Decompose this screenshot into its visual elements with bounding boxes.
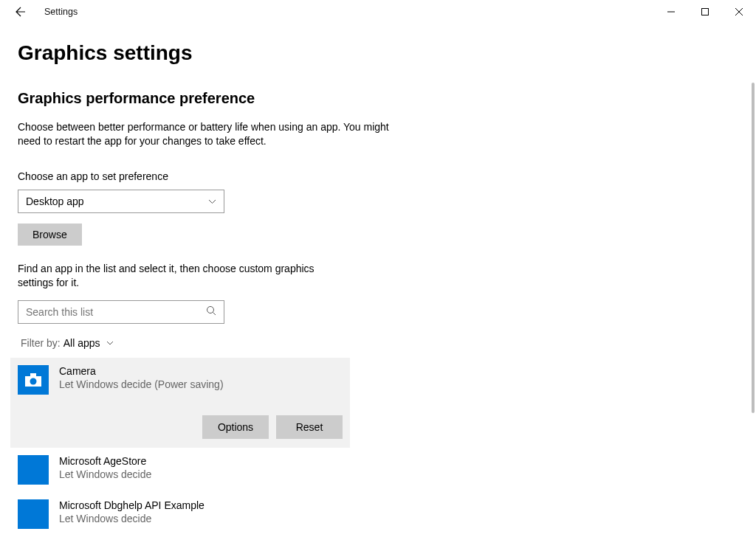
app-name: Camera bbox=[59, 365, 224, 377]
app-icon bbox=[18, 455, 49, 485]
browse-button[interactable]: Browse bbox=[18, 224, 82, 246]
options-button[interactable]: Options bbox=[202, 415, 269, 439]
app-name: Microsoft Dbghelp API Example bbox=[59, 499, 205, 511]
find-app-help: Find an app in the list and select it, t… bbox=[18, 262, 328, 290]
close-button[interactable] bbox=[722, 0, 756, 24]
svg-rect-3 bbox=[30, 373, 36, 377]
content-area: Graphics settings Graphics performance p… bbox=[0, 24, 756, 537]
app-item-actions: Options Reset bbox=[18, 415, 343, 439]
app-item-camera[interactable]: Camera Let Windows decide (Power saving)… bbox=[10, 358, 350, 448]
scrollbar[interactable] bbox=[752, 83, 755, 413]
app-icon bbox=[18, 365, 49, 395]
filter-value: All apps bbox=[63, 337, 100, 349]
reset-button[interactable]: Reset bbox=[276, 415, 343, 439]
svg-point-1 bbox=[207, 307, 214, 313]
chevron-down-icon bbox=[208, 197, 216, 206]
search-input[interactable] bbox=[26, 306, 206, 318]
camera-icon bbox=[24, 373, 42, 387]
app-name: Microsoft AgeStore bbox=[59, 455, 151, 467]
app-item-agestore[interactable]: Microsoft AgeStore Let Windows decide bbox=[10, 448, 350, 492]
back-arrow-icon bbox=[15, 6, 27, 18]
search-icon bbox=[206, 305, 216, 318]
app-subtext: Let Windows decide bbox=[59, 513, 205, 524]
filter-label: Filter by: bbox=[21, 337, 61, 349]
app-subtext: Let Windows decide bbox=[59, 468, 151, 480]
filter-dropdown[interactable]: Filter by: All apps bbox=[18, 337, 756, 349]
dropdown-value: Desktop app bbox=[26, 195, 84, 207]
window-controls bbox=[654, 0, 756, 24]
svg-rect-0 bbox=[702, 9, 709, 15]
app-item-dbghelp[interactable]: Microsoft Dbghelp API Example Let Window… bbox=[10, 492, 350, 536]
app-subtext: Let Windows decide (Power saving) bbox=[59, 378, 224, 390]
window-title: Settings bbox=[44, 7, 78, 17]
svg-point-4 bbox=[30, 378, 37, 384]
minimize-button[interactable] bbox=[654, 0, 688, 24]
page-heading: Graphics settings bbox=[18, 41, 756, 65]
app-list: Camera Let Windows decide (Power saving)… bbox=[10, 358, 350, 537]
maximize-icon bbox=[701, 8, 709, 15]
minimize-icon bbox=[667, 8, 675, 15]
maximize-button[interactable] bbox=[688, 0, 722, 24]
search-box[interactable] bbox=[18, 300, 224, 324]
app-type-dropdown[interactable]: Desktop app bbox=[18, 190, 224, 213]
section-description: Choose between better performance or bat… bbox=[18, 120, 402, 148]
choose-app-label: Choose an app to set preference bbox=[18, 170, 756, 182]
back-button[interactable] bbox=[6, 0, 35, 24]
close-icon bbox=[735, 8, 743, 15]
app-icon bbox=[18, 499, 49, 529]
title-bar: Settings bbox=[0, 0, 756, 24]
chevron-down-icon bbox=[106, 339, 114, 347]
section-heading: Graphics performance preference bbox=[18, 90, 756, 107]
